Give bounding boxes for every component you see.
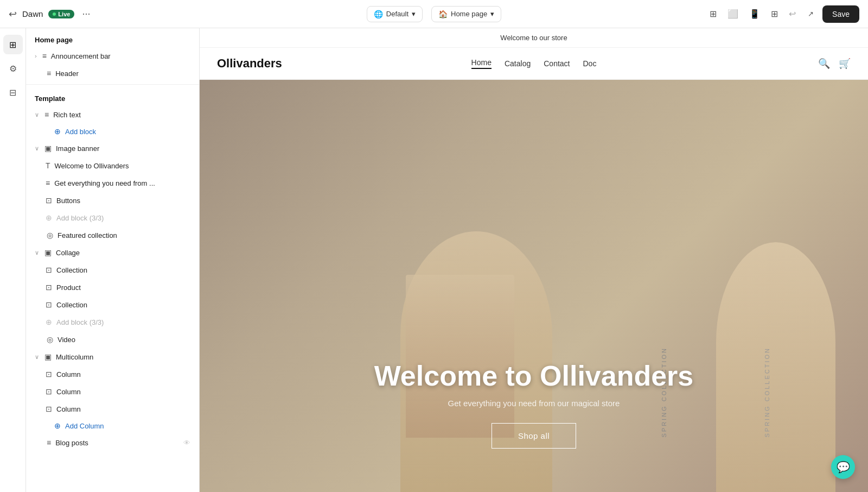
sidebar-item-column-3[interactable]: ⊡ Column — [26, 400, 199, 418]
store-frame: Welcome to our store Ollivanders Home Ca… — [200, 28, 868, 492]
blocks-icon-button[interactable]: ⊟ — [3, 83, 23, 102]
column3-label: Column — [56, 405, 190, 413]
featured-collection-label: Featured collection — [58, 231, 190, 239]
page-label: Home page — [451, 10, 487, 18]
paragraph-icon: ≡ — [46, 179, 50, 187]
image-banner-icon: ▣ — [44, 144, 52, 153]
hero-title: Welcome to Ollivanders — [374, 359, 694, 392]
sidebar-item-image-banner[interactable]: ∨ ▣ Image banner — [26, 140, 199, 157]
nav-link-doc[interactable]: Doc — [583, 59, 596, 68]
sidebar-item-get-everything[interactable]: ≡ Get everything you need from ... — [26, 174, 199, 192]
add-block-rich-text-button[interactable]: ⊕ Add block — [26, 123, 199, 140]
desktop-view-button[interactable]: ⊞ — [706, 5, 720, 22]
main-content: ⊞ ⚙ ⊟ Home page › ≡ Announcement bar ≡ H… — [0, 28, 868, 492]
sidebar-item-blog-posts[interactable]: ≡ Blog posts 👁 — [26, 434, 199, 451]
welcome-text-label: Welcome to Ollivanders — [55, 162, 190, 170]
top-bar-right: ⊞ ⬜ 📱 ⊞ ↩ ↗ Save — [508, 5, 859, 23]
collection1-label: Collection — [56, 266, 190, 274]
plus-circle-column-icon: ⊕ — [54, 421, 61, 430]
chevron-down-icon: ▾ — [412, 10, 416, 18]
app-name: Dawn — [22, 9, 43, 18]
sidebar-item-collection-2[interactable]: ⊡ Collection — [26, 296, 199, 313]
more-button[interactable]: ··· — [80, 6, 92, 22]
collage-label: Collage — [56, 249, 190, 257]
sidebar-inner: Home page › ≡ Announcement bar ≡ Header … — [26, 28, 199, 492]
grid-view-button[interactable]: ⊞ — [768, 5, 781, 22]
live-label: Live — [58, 11, 70, 17]
column1-label: Column — [56, 370, 190, 379]
template-label: Template — [26, 87, 199, 106]
eye-icon: 👁 — [183, 439, 190, 447]
sidebar-item-featured-collection[interactable]: ◎ Featured collection — [26, 226, 199, 244]
column2-icon: ⊡ — [46, 387, 52, 396]
column3-icon: ⊡ — [46, 405, 52, 413]
search-icon[interactable]: 🔍 — [818, 58, 830, 70]
cart-icon[interactable]: 🛒 — [839, 58, 851, 70]
cursor-label: ↗ — [803, 8, 818, 20]
chevron-down-icon-2: ▾ — [490, 10, 494, 18]
image-banner-label: Image banner — [56, 144, 190, 153]
multicolumn-label: Multicolumn — [56, 353, 190, 361]
save-button[interactable]: Save — [822, 5, 859, 23]
top-bar: ↩ Dawn Live ··· 🌐 Default ▾ 🏠 Home page … — [0, 0, 868, 28]
add-block-image-banner-label: Add block (3/3) — [56, 214, 190, 222]
sidebar-item-welcome-text[interactable]: T Welcome to Ollivanders — [26, 157, 199, 174]
shop-all-button[interactable]: Shop all — [492, 423, 576, 449]
header-label: Header — [55, 70, 190, 78]
back-icon[interactable]: ↩ — [9, 8, 17, 20]
plus-collage-icon: ⊕ — [46, 318, 52, 326]
preview-area: Welcome to our store Ollivanders Home Ca… — [200, 28, 868, 492]
sidebar-item-buttons[interactable]: ⊡ Buttons — [26, 192, 199, 209]
nav-link-catalog[interactable]: Catalog — [505, 59, 531, 68]
settings-icon-button[interactable]: ⚙ — [3, 59, 23, 78]
sidebar-item-collage[interactable]: ∨ ▣ Collage — [26, 244, 199, 261]
featured-collection-icon: ◎ — [47, 231, 53, 239]
column2-label: Column — [56, 388, 190, 396]
store-logo: Ollivanders — [217, 56, 471, 71]
nav-link-home[interactable]: Home — [471, 58, 492, 69]
sidebar-item-multicolumn[interactable]: ∨ ▣ Multicolumn — [26, 348, 199, 365]
sidebar-item-column-2[interactable]: ⊡ Column — [26, 383, 199, 400]
sidebar-item-video[interactable]: ◎ Video — [26, 331, 199, 348]
store-nav-icons: 🔍 🛒 — [596, 58, 851, 70]
store-nav: Ollivanders Home Catalog Contact Doc 🔍 🛒 — [200, 48, 868, 80]
default-selector[interactable]: 🌐 Default ▾ — [367, 6, 423, 22]
tablet-view-button[interactable]: ⬜ — [724, 5, 742, 22]
chevron-down-icon-banner: ∨ — [35, 145, 39, 152]
text-icon: T — [46, 161, 50, 170]
sidebar-item-announcement-bar[interactable]: › ≡ Announcement bar — [26, 47, 199, 65]
add-block-collage-button: ⊕ Add block (3/3) — [26, 313, 199, 331]
add-block-rich-text-label: Add block — [65, 128, 96, 136]
nav-link-contact[interactable]: Contact — [544, 59, 570, 68]
get-everything-label: Get everything you need from ... — [54, 179, 190, 187]
undo-button[interactable]: ↩ — [786, 5, 799, 22]
multicolumn-icon: ▣ — [44, 352, 52, 361]
hero-subtitle: Get everything you need from our magical… — [374, 399, 694, 408]
chevron-down-icon-rich: ∨ — [35, 111, 39, 118]
sidebar-item-column-1[interactable]: ⊡ Column — [26, 365, 199, 383]
sidebar-item-collection-1[interactable]: ⊡ Collection — [26, 261, 199, 279]
buttons-label: Buttons — [56, 197, 190, 205]
add-block-collage-label: Add block (3/3) — [56, 318, 190, 326]
home-icon: 🏠 — [438, 10, 448, 18]
template-divider — [26, 84, 199, 85]
chat-icon: 💬 — [837, 461, 850, 474]
collection2-icon: ⊡ — [46, 300, 52, 309]
arch-right — [716, 242, 835, 492]
column1-icon: ⊡ — [46, 370, 52, 379]
rich-text-icon: ≡ — [44, 110, 49, 119]
store-announcement: Welcome to our store — [200, 28, 868, 48]
collection1-icon: ⊡ — [46, 266, 52, 274]
buttons-icon: ⊡ — [46, 196, 52, 205]
sidebar-item-header[interactable]: ≡ Header — [26, 65, 199, 82]
mobile-view-button[interactable]: 📱 — [746, 5, 763, 22]
sections-icon-button[interactable]: ⊞ — [3, 35, 23, 54]
add-column-label: Add Column — [65, 422, 104, 430]
sidebar-item-rich-text[interactable]: ∨ ≡ Rich text — [26, 106, 199, 123]
sidebar-item-product[interactable]: ⊡ Product — [26, 279, 199, 296]
page-selector[interactable]: 🏠 Home page ▾ — [431, 6, 501, 22]
chat-bubble[interactable]: 💬 — [831, 455, 855, 479]
top-bar-left: ↩ Dawn Live ··· — [9, 6, 360, 22]
announcement-bar-label: Announcement bar — [51, 52, 190, 60]
add-column-button[interactable]: ⊕ Add Column — [26, 418, 199, 434]
